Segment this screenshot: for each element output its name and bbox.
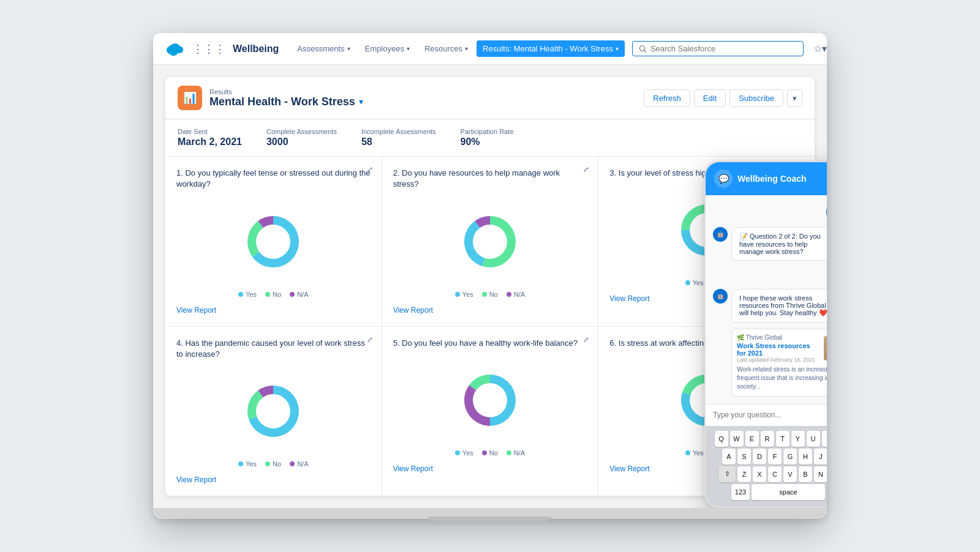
legend-item-n/a: N/A — [507, 291, 525, 298]
report-actions: Refresh Edit Subscribe ▾ — [644, 89, 802, 107]
legend-dot-no — [265, 461, 270, 466]
expand-icon-q5[interactable]: ⤢ — [583, 335, 589, 344]
top-nav: ⋮⋮⋮ Wellbeing Assessments ▾ Employees ▾ … — [153, 33, 827, 65]
msg-bot-question: 🤖 📝 Question 2 of 2: Do you have resourc… — [713, 227, 827, 261]
search-box[interactable] — [632, 41, 804, 56]
report-header: 📊 Results Mental Health - Work Stress ▾ … — [165, 77, 815, 119]
view-report-link-q4[interactable]: View Report — [176, 476, 216, 484]
report-title: Mental Health - Work Stress — [209, 95, 355, 108]
key-nums[interactable]: 123 — [731, 484, 750, 500]
legend-dot-no — [482, 292, 487, 297]
bot-avatar2: 🤖 — [713, 289, 728, 304]
donut-chart-q1 — [236, 205, 310, 278]
key-x[interactable]: X — [753, 466, 766, 482]
key-d[interactable]: D — [753, 449, 766, 464]
view-report-link-q6[interactable]: View Report — [609, 464, 649, 473]
expand-icon-q1[interactable]: ⤢ — [367, 165, 373, 174]
question-text-q4: 4. Has the pandemic caused your level of… — [176, 338, 371, 360]
chat-input-area: 📎 ▶ — [706, 404, 827, 426]
expand-icon-q4[interactable]: ⤢ — [367, 335, 373, 344]
stat-participation-value: 90% — [461, 136, 514, 147]
chart-container-q5 — [393, 357, 587, 443]
key-g[interactable]: G — [783, 449, 797, 464]
legend-dot-yes — [685, 450, 690, 455]
key-f[interactable]: F — [768, 449, 782, 464]
donut-chart-q5 — [453, 364, 527, 437]
search-input[interactable] — [650, 44, 797, 53]
edit-button[interactable]: Edit — [694, 89, 726, 107]
legend-dot-yes — [455, 450, 460, 455]
key-c[interactable]: C — [768, 466, 782, 482]
key-e[interactable]: E — [745, 431, 759, 447]
subscribe-button[interactable]: Subscribe — [729, 89, 783, 107]
keyboard: Q W E R T Y U I O P A S D — [706, 426, 827, 507]
report-icon: 📊 — [178, 86, 202, 110]
legend-item-n/a: N/A — [290, 291, 308, 298]
legend-q1: YesNoN/A — [176, 291, 371, 298]
msg-bubble-yes: Yes I do — [826, 203, 827, 221]
key-h[interactable]: H — [799, 449, 812, 464]
nav-search-area — [632, 41, 804, 56]
key-b[interactable]: B — [799, 466, 812, 482]
key-shift[interactable]: ⇧ — [718, 466, 736, 482]
nav-item-assessments[interactable]: Assessments ▾ — [291, 40, 356, 57]
msg-thrive-card-row: 🌿 Thrive Global Work Stress resources fo… — [713, 329, 827, 397]
expand-icon-q2[interactable]: ⤢ — [583, 165, 589, 174]
more-actions-button[interactable]: ▾ — [787, 89, 802, 107]
mobile-phone: 💬 Wellbeing Coach ••• ✕ Yes I do — [704, 161, 827, 508]
refresh-button[interactable]: Refresh — [644, 89, 690, 107]
legend-dot-n/a — [290, 461, 295, 466]
favorites-icon[interactable]: ☆▾ — [811, 40, 827, 58]
chat-title: Wellbeing Coach — [737, 174, 807, 184]
view-report-link-q2[interactable]: View Report — [393, 306, 433, 315]
legend-item-n/a: N/A — [507, 449, 525, 457]
chart-container-q4 — [176, 368, 371, 454]
report-title-dropdown[interactable]: ▾ — [359, 97, 363, 106]
key-j[interactable]: J — [814, 449, 827, 464]
view-report-link-q1[interactable]: View Report — [176, 306, 216, 315]
thrive-source: 🌿 Thrive Global — [737, 334, 820, 341]
chevron-icon: ▾ — [347, 45, 350, 52]
legend-dot-n/a — [290, 292, 295, 297]
key-s[interactable]: S — [737, 449, 751, 464]
stat-complete-label: Complete Assessments — [266, 128, 337, 135]
keyboard-row1: Q W E R T Y U I O P — [708, 431, 827, 447]
keyboard-row4: 123 space Go — [708, 484, 827, 500]
key-n[interactable]: N — [814, 466, 827, 482]
key-v[interactable]: V — [783, 466, 797, 482]
key-i[interactable]: I — [822, 431, 827, 447]
svg-line-6 — [644, 50, 646, 52]
legend-item-yes: Yes — [685, 279, 704, 286]
nav-item-resources[interactable]: Resources ▾ — [418, 40, 474, 57]
key-t[interactable]: T — [776, 431, 790, 447]
thrive-card-header: 🌿 Thrive Global Work Stress resources fo… — [737, 334, 827, 363]
view-report-link-q3[interactable]: View Report — [609, 294, 649, 303]
key-y[interactable]: Y — [791, 431, 805, 447]
key-r[interactable]: R — [761, 431, 774, 447]
key-w[interactable]: W — [730, 431, 744, 447]
keyboard-row3: ⇧ Z X C V B N M ⌫ — [708, 466, 827, 482]
donut-chart-q2 — [453, 205, 527, 278]
nav-item-results[interactable]: Results: Mental Health - Work Stress ▾ — [477, 40, 625, 57]
thrive-description: Work-related stress is an increasingly f… — [737, 365, 827, 391]
key-q[interactable]: Q — [715, 431, 728, 447]
key-space[interactable]: space — [752, 484, 825, 500]
grid-icon[interactable]: ⋮⋮⋮ — [192, 42, 225, 56]
thrive-title[interactable]: Work Stress resources for 2021 — [737, 342, 820, 357]
legend-dot-no — [265, 292, 270, 297]
key-a[interactable]: A — [722, 449, 736, 464]
report-title-area: Results Mental Health - Work Stress ▾ — [209, 88, 363, 108]
nav-item-employees[interactable]: Employees ▾ — [359, 40, 416, 57]
stat-participation-label: Participation Rate — [461, 128, 514, 135]
key-u[interactable]: U — [807, 431, 820, 447]
svg-point-5 — [639, 46, 644, 51]
legend-dot-n/a — [507, 292, 511, 297]
nav-icons: ☆▾ ⊞ ? ⚙ 🔔 👤 — [811, 39, 827, 59]
chat-messages: Yes I do 🤖 📝 Question 2 of 2: Do you hav… — [706, 195, 827, 404]
app-name: Wellbeing — [233, 43, 279, 54]
view-report-link-q5[interactable]: View Report — [393, 464, 433, 473]
report-header-left: 📊 Results Mental Health - Work Stress ▾ — [178, 86, 363, 110]
chat-input[interactable] — [713, 411, 827, 419]
stat-incomplete-value: 58 — [361, 136, 436, 147]
key-z[interactable]: Z — [737, 466, 751, 482]
